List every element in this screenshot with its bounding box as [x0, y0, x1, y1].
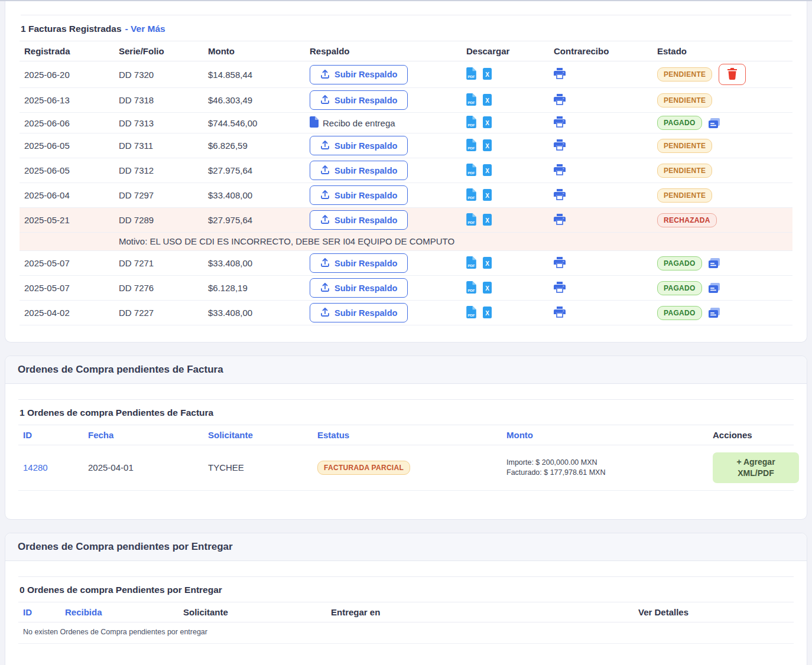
cell-respaldo: Subir Respaldo: [305, 183, 462, 208]
facturas-col-1: Serie/Folio: [114, 41, 203, 61]
cell-contrarecibo: [549, 301, 652, 325]
download-xml-icon[interactable]: X: [483, 94, 492, 106]
cell-oc-solicitante: TYCHEE: [203, 445, 313, 491]
cell-monto: $14.858,44: [203, 61, 305, 88]
cell-registrada: 2025-06-05: [20, 133, 114, 158]
download-pdf-icon[interactable]: PDF: [466, 139, 476, 151]
facturas-col-2: Monto: [203, 41, 305, 61]
oc-factura-col-2[interactable]: Solicitante: [203, 425, 313, 445]
facturas-col-6: Estado: [652, 41, 792, 61]
factura-row: 2025-06-05DD 7311$6.826,59Subir Respaldo…: [20, 133, 792, 158]
subir-respaldo-button[interactable]: Subir Respaldo: [310, 90, 408, 110]
print-contrarecibo-icon[interactable]: [554, 116, 566, 128]
download-xml-icon[interactable]: X: [483, 307, 492, 318]
oc-entregar-empty-message: No existen Ordenes de Compra pendientes …: [18, 622, 794, 643]
upload-icon: [320, 214, 330, 226]
cell-oc-monto: Importe: $ 200,000.00 MXNFacturado: $ 17…: [502, 445, 708, 491]
cell-registrada: 2025-05-07: [20, 251, 114, 276]
svg-text:X: X: [485, 97, 489, 103]
download-pdf-icon[interactable]: PDF: [466, 306, 476, 318]
download-pdf-icon[interactable]: PDF: [466, 213, 476, 226]
subir-respaldo-button[interactable]: Subir Respaldo: [310, 253, 408, 273]
oc-factura-col-0[interactable]: ID: [18, 425, 83, 445]
print-contrarecibo-icon[interactable]: [554, 139, 566, 151]
download-xml-icon[interactable]: X: [483, 116, 492, 128]
payment-receipt-icon[interactable]: [709, 283, 720, 293]
download-pdf-icon[interactable]: PDF: [466, 188, 476, 201]
ver-mas-link[interactable]: - Ver Más: [125, 24, 165, 34]
subir-respaldo-button[interactable]: Subir Respaldo: [310, 303, 408, 322]
cell-monto: $46.303,49: [203, 88, 305, 113]
download-pdf-icon[interactable]: PDF: [466, 281, 476, 294]
download-pdf-icon[interactable]: PDF: [466, 256, 476, 269]
svg-text:PDF: PDF: [467, 263, 475, 267]
cell-serie-folio: DD 7227: [114, 301, 203, 325]
payment-receipt-icon[interactable]: [709, 118, 720, 128]
print-contrarecibo-icon[interactable]: [554, 307, 566, 318]
agregar-xml-pdf-button[interactable]: + AgregarXML/PDF: [713, 452, 799, 483]
payment-receipt-icon[interactable]: [709, 308, 720, 318]
subir-respaldo-button[interactable]: Subir Respaldo: [310, 210, 408, 230]
oc-id-link[interactable]: 14280: [23, 462, 48, 472]
print-contrarecibo-icon[interactable]: [554, 257, 566, 268]
download-xml-icon[interactable]: X: [483, 139, 492, 151]
status-badge: PENDIENTE: [657, 164, 712, 178]
oc-entregar-col-3: Entregar en: [326, 602, 634, 622]
svg-text:X: X: [485, 285, 489, 291]
oc-factura-col-4[interactable]: Monto: [502, 425, 708, 445]
oc-factura-subtitle: 1 Ordenes de compra Pendientes de Factur…: [20, 408, 794, 418]
cell-estado: PAGADO: [652, 276, 792, 301]
print-contrarecibo-icon[interactable]: [554, 282, 566, 293]
oc-entregar-col-0[interactable]: ID: [18, 602, 60, 622]
status-badge: PENDIENTE: [657, 67, 712, 82]
print-contrarecibo-icon[interactable]: [554, 164, 566, 175]
oc-factura-table: IDFechaSolicitanteEstatusMontoAcciones 1…: [18, 425, 794, 491]
print-contrarecibo-icon[interactable]: [554, 94, 566, 105]
subir-respaldo-button[interactable]: Subir Respaldo: [310, 185, 408, 205]
delete-factura-button[interactable]: [719, 64, 746, 85]
svg-text:X: X: [485, 192, 489, 198]
factura-row: 2025-06-04DD 7297$33.408,00Subir Respald…: [20, 183, 792, 208]
oc-entregar-col-1[interactable]: Recibida: [60, 602, 178, 622]
cell-oc-id: 14280: [18, 445, 83, 491]
payment-receipt-icon[interactable]: [709, 258, 720, 268]
subir-respaldo-button[interactable]: Subir Respaldo: [310, 65, 408, 84]
print-contrarecibo-icon[interactable]: [554, 68, 566, 79]
status-badge: PAGADO: [657, 281, 702, 295]
cell-monto: $744.546,00: [203, 113, 305, 133]
download-pdf-icon[interactable]: PDF: [466, 116, 476, 128]
facturas-col-5: Contrarecibo: [549, 41, 652, 61]
cell-contrarecibo: [549, 183, 652, 208]
cell-descargar: PDFX: [462, 301, 549, 325]
oc-factura-col-3[interactable]: Estatus: [313, 425, 502, 445]
facturas-title: 1 Facturas Registradas: [21, 24, 122, 34]
download-pdf-icon[interactable]: PDF: [466, 67, 476, 80]
cell-contrarecibo: [549, 61, 652, 88]
subir-respaldo-button[interactable]: Subir Respaldo: [310, 278, 408, 298]
download-pdf-icon[interactable]: PDF: [466, 164, 476, 176]
cell-estado: PENDIENTE: [652, 183, 792, 208]
svg-text:X: X: [485, 217, 489, 223]
download-xml-icon[interactable]: X: [483, 282, 492, 294]
cell-oc-estatus: FACTURADA PARCIAL: [313, 445, 502, 491]
print-contrarecibo-icon[interactable]: [554, 214, 566, 225]
svg-text:PDF: PDF: [467, 313, 475, 317]
download-xml-icon[interactable]: X: [483, 257, 492, 269]
download-pdf-icon[interactable]: PDF: [466, 93, 476, 106]
download-xml-icon[interactable]: X: [483, 68, 492, 80]
recibo-de-entrega-link[interactable]: Recibo de entrega: [310, 116, 395, 129]
cell-serie-folio: DD 7311: [114, 133, 203, 158]
cell-monto: $6.128,19: [203, 276, 305, 301]
subir-respaldo-button[interactable]: Subir Respaldo: [310, 161, 408, 180]
subir-respaldo-button[interactable]: Subir Respaldo: [310, 136, 408, 155]
download-xml-icon[interactable]: X: [483, 189, 492, 201]
svg-text:X: X: [485, 260, 489, 266]
svg-text:X: X: [485, 142, 489, 149]
cell-descargar: PDFX: [462, 61, 549, 88]
download-xml-icon[interactable]: X: [483, 214, 492, 226]
facturas-col-3: Respaldo: [305, 41, 462, 61]
print-contrarecibo-icon[interactable]: [554, 189, 566, 200]
download-xml-icon[interactable]: X: [483, 164, 492, 176]
oc-factura-col-1[interactable]: Fecha: [83, 425, 203, 445]
upload-icon: [320, 190, 330, 201]
